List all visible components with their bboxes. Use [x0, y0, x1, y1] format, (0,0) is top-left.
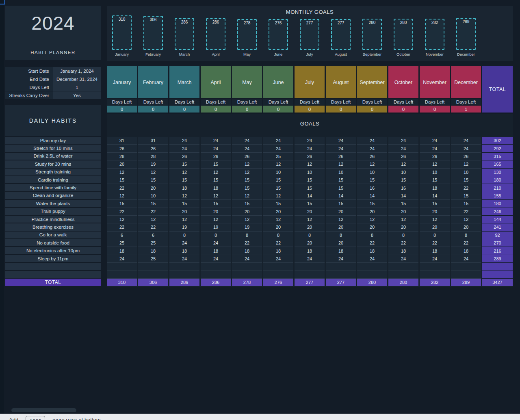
goal-cell[interactable]: 24 — [169, 137, 199, 145]
goal-cell[interactable]: 10 — [263, 169, 293, 176]
habit-name-cell[interactable]: Clean and organize — [5, 192, 101, 200]
grand-total-cell[interactable]: 3427 — [482, 279, 513, 286]
goal-cell[interactable]: 8 — [451, 232, 481, 239]
goal-box[interactable]: 286 — [206, 18, 225, 50]
goal-total-cell[interactable]: 302 — [482, 137, 513, 145]
goal-cell[interactable]: 15 — [232, 176, 262, 184]
goal-total-cell[interactable]: 92 — [482, 232, 513, 239]
goal-cell[interactable]: 12 — [388, 216, 418, 223]
habit-name-cell[interactable]: Stretch for 10 mins — [5, 145, 101, 152]
goal-cell[interactable]: 18 — [357, 247, 387, 255]
goal-cell[interactable]: 15 — [169, 176, 199, 184]
goal-box[interactable]: 280 — [394, 19, 413, 50]
total-header-cell[interactable]: TOTAL — [482, 66, 513, 113]
goal-cell[interactable]: 15 — [451, 176, 481, 184]
goal-cell[interactable]: 15 — [295, 184, 325, 192]
month-header-may[interactable]: May — [232, 66, 262, 98]
days-left-value[interactable]: 0 — [107, 106, 137, 113]
goal-cell[interactable] — [201, 271, 231, 279]
goal-cell[interactable] — [388, 263, 418, 271]
goal-cell[interactable]: 10 — [388, 169, 418, 176]
goal-cell[interactable]: 20 — [201, 208, 231, 216]
goal-cell[interactable]: 8 — [169, 232, 199, 239]
goal-cell[interactable]: 15 — [420, 200, 450, 208]
habit-name-cell[interactable]: Train puppy — [5, 208, 101, 216]
month-header-november[interactable]: November — [420, 66, 450, 98]
goal-cell[interactable]: 10 — [138, 192, 168, 200]
goal-box[interactable]: 289 — [456, 18, 476, 50]
goal-cell[interactable]: 15 — [263, 176, 293, 184]
goal-cell[interactable]: 12 — [201, 169, 231, 176]
goal-cell[interactable]: 8 — [201, 232, 231, 239]
goal-cell[interactable]: 15 — [326, 176, 356, 184]
goal-cell[interactable]: 15 — [232, 184, 262, 192]
days-left-value[interactable]: 0 — [201, 106, 231, 113]
goal-cell[interactable]: 24 — [357, 255, 387, 263]
goal-cell[interactable]: 25 — [138, 239, 168, 247]
goal-cell[interactable]: 12 — [388, 160, 418, 168]
goal-cell[interactable]: 26 — [388, 153, 418, 160]
goal-cell[interactable]: 24 — [388, 137, 418, 145]
goal-cell[interactable]: 20 — [451, 223, 481, 231]
goal-cell[interactable]: 12 — [169, 216, 199, 223]
goal-cell[interactable]: 20 — [263, 208, 293, 216]
goal-cell[interactable]: 12 — [107, 192, 137, 200]
goal-cell[interactable]: 25 — [107, 239, 137, 247]
days-left-value[interactable]: 0 — [326, 106, 356, 113]
month-total-cell[interactable]: 280 — [357, 279, 387, 286]
goal-cell[interactable]: 20 — [295, 208, 325, 216]
goal-total-cell[interactable]: 246 — [482, 208, 513, 216]
goal-cell[interactable]: 24 — [263, 255, 293, 263]
goal-cell[interactable]: 15 — [388, 200, 418, 208]
goal-cell[interactable]: 26 — [326, 153, 356, 160]
goal-cell[interactable]: 12 — [263, 216, 293, 223]
goal-cell[interactable]: 15 — [201, 160, 231, 168]
goal-cell[interactable]: 26 — [295, 153, 325, 160]
goal-cell[interactable]: 16 — [357, 184, 387, 192]
goal-cell[interactable]: 12 — [357, 160, 387, 168]
goal-cell[interactable] — [232, 263, 262, 271]
goal-cell[interactable]: 18 — [138, 247, 168, 255]
goal-cell[interactable]: 15 — [357, 200, 387, 208]
goal-cell[interactable]: 15 — [451, 200, 481, 208]
goal-box[interactable]: 277 — [331, 19, 351, 50]
days-left-value[interactable]: 0 — [295, 106, 325, 113]
habit-empty-cell[interactable] — [5, 271, 101, 279]
goal-cell[interactable]: 12 — [107, 169, 137, 176]
goal-cell[interactable]: 26 — [201, 153, 231, 160]
goal-cell[interactable]: 22 — [388, 239, 418, 247]
goal-cell[interactable]: 18 — [420, 184, 450, 192]
goal-cell[interactable]: 15 — [263, 184, 293, 192]
goal-cell[interactable] — [263, 271, 293, 279]
goal-cell[interactable]: 15 — [107, 176, 137, 184]
goal-cell[interactable]: 20 — [107, 160, 137, 168]
goal-cell[interactable]: 18 — [326, 247, 356, 255]
goal-cell[interactable]: 12 — [451, 160, 481, 168]
month-total-cell[interactable]: 286 — [201, 279, 231, 286]
goal-cell[interactable]: 24 — [295, 255, 325, 263]
goal-total-cell[interactable]: 210 — [482, 184, 513, 192]
goal-cell[interactable]: 24 — [169, 255, 199, 263]
goal-cell[interactable]: 24 — [232, 145, 262, 152]
goal-cell[interactable]: 24 — [295, 137, 325, 145]
goal-cell[interactable]: 24 — [388, 145, 418, 152]
goal-cell[interactable]: 12 — [295, 160, 325, 168]
goal-cell[interactable] — [138, 271, 168, 279]
goal-cell[interactable]: 15 — [232, 200, 262, 208]
month-header-october[interactable]: October — [388, 66, 418, 98]
goal-cell[interactable]: 12 — [232, 169, 262, 176]
goal-box[interactable]: 310 — [112, 15, 132, 50]
goal-cell[interactable]: 22 — [107, 208, 137, 216]
goal-cell[interactable]: 12 — [420, 216, 450, 223]
goal-cell[interactable] — [201, 263, 231, 271]
goal-cell[interactable]: 8 — [295, 232, 325, 239]
goal-total-cell[interactable]: 216 — [482, 247, 513, 255]
goal-cell[interactable]: 10 — [420, 169, 450, 176]
goal-cell[interactable]: 15 — [201, 200, 231, 208]
goal-cell[interactable]: 20 — [295, 223, 325, 231]
goal-total-cell[interactable]: 180 — [482, 200, 513, 208]
goal-cell[interactable]: 20 — [388, 223, 418, 231]
goal-total-cell[interactable]: 155 — [482, 192, 513, 200]
goal-cell[interactable]: 24 — [388, 255, 418, 263]
goal-cell[interactable]: 12 — [138, 216, 168, 223]
